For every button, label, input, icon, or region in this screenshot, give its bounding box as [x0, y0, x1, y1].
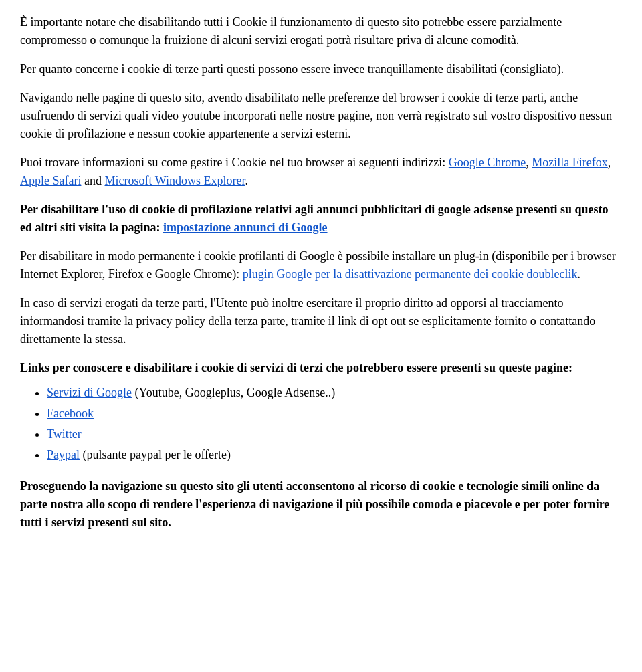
paragraph-5: Per disabilitare l'uso di cookie di prof…: [20, 201, 622, 237]
list-item-twitter: Twitter: [47, 425, 622, 443]
list-item-google: Servizi di Google (Youtube, Googleplus, …: [47, 384, 622, 402]
link-paypal[interactable]: Paypal: [47, 448, 80, 461]
paragraph-7: In caso di servizi erogati da terze part…: [20, 294, 622, 348]
link-google-chrome[interactable]: Google Chrome: [449, 156, 526, 169]
link-twitter[interactable]: Twitter: [47, 427, 82, 441]
link-ms-explorer[interactable]: Microsoft Windows Explorer: [104, 174, 245, 187]
link-google-plugin[interactable]: plugin Google per la disattivazione perm…: [243, 267, 578, 281]
paragraph-3: Navigando nelle pagine di questo sito, a…: [20, 89, 622, 143]
final-bold-paragraph: Proseguendo la navigazione su questo sit…: [20, 477, 622, 532]
sep1: ,: [526, 156, 532, 169]
list-item-paypal-after: (pulsante paypal per le offerte): [80, 448, 231, 461]
link-google-services[interactable]: Servizi di Google: [47, 386, 132, 399]
link-mozilla-firefox[interactable]: Mozilla Firefox: [532, 156, 607, 169]
paragraph-4: Puoi trovare informazioni su come gestir…: [20, 154, 622, 190]
paragraph-6: Per disabilitare in modo permanente i co…: [20, 247, 622, 284]
third-party-list: Servizi di Google (Youtube, Googleplus, …: [47, 384, 622, 464]
list-item-paypal: Paypal (pulsante paypal per le offerte): [47, 446, 622, 464]
link-apple-safari[interactable]: Apple Safari: [20, 174, 81, 187]
link-facebook[interactable]: Facebook: [47, 407, 94, 420]
sep3: and: [81, 174, 104, 187]
p4-end: .: [245, 174, 248, 187]
paragraph-1: È importante notare che disabilitando tu…: [20, 13, 622, 49]
paragraph-2: Per quanto concerne i cookie di terze pa…: [20, 60, 622, 78]
p6-end: .: [578, 267, 581, 281]
sep2: ,: [608, 156, 611, 169]
list-item-facebook: Facebook: [47, 405, 622, 423]
list-item-google-after: (Youtube, Googleplus, Google Adsense..): [132, 386, 335, 399]
link-google-ads-settings[interactable]: impostazione annunci di Google: [163, 221, 328, 234]
paragraph-4-before: Puoi trovare informazioni su come gestir…: [20, 156, 449, 169]
section-title: Links per conoscere e disabilitare i coo…: [20, 359, 622, 377]
